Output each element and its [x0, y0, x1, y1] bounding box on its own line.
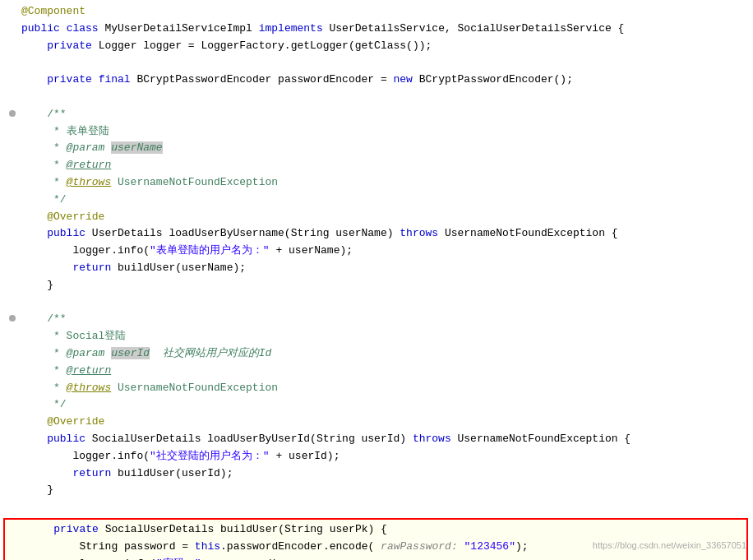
line: private final BCryptPasswordEncoder pass… [0, 72, 753, 89]
line: /** [0, 311, 753, 328]
line: return buildUser(userName); [0, 260, 753, 277]
code-text: return buildUser(userId); [21, 465, 233, 483]
line [0, 499, 753, 516]
line: * @param userName [0, 140, 753, 157]
line: * @param userId 社交网站用户对应的Id [0, 345, 753, 363]
code-text: * @param userId 社交网站用户对应的Id [21, 345, 271, 363]
code-text: } [21, 277, 53, 294]
code-text: private SocialUserDetails buildUser(Stri… [28, 521, 387, 539]
code-text: * 表单登陆 [21, 123, 109, 141]
line: */ [0, 192, 753, 209]
code-text: */ [21, 396, 67, 414]
code-text: * @param userName [21, 140, 163, 157]
line: @Component [0, 3, 753, 21]
code-text: */ [21, 192, 67, 209]
line: */ [0, 396, 753, 414]
code-text: String password = this.passwordEncoder.e… [28, 539, 529, 556]
line: @Override [0, 209, 753, 226]
code-text: private Logger logger = LoggerFactory.ge… [21, 38, 432, 55]
line [0, 89, 753, 106]
line: logger.info("表单登陆的用户名为：" + userName); [0, 243, 753, 260]
code-text: /** [21, 106, 67, 123]
code-text: logger.info("社交登陆的用户名为：" + userId); [21, 448, 340, 465]
code-text: private final BCryptPasswordEncoder pass… [21, 72, 573, 89]
line: * @return [0, 363, 753, 380]
code-text: public UserDetails loadUserByUsername(St… [21, 225, 618, 243]
code-text: @Override [21, 209, 104, 226]
line: public class MyUserDetailServiceImpl imp… [0, 21, 753, 38]
line: } [0, 482, 753, 499]
code-text: * @return [21, 157, 111, 174]
gutter [7, 315, 18, 322]
line: logger.info("社交登陆的用户名为：" + userId); [0, 448, 753, 465]
line: private SocialUserDetails buildUser(Stri… [7, 521, 745, 539]
code-text: * @throws UsernameNotFoundException [21, 380, 278, 397]
code-text: @Override [21, 414, 104, 431]
code-text [21, 294, 28, 312]
code-text [21, 499, 28, 516]
code-text: /** [21, 311, 67, 328]
line: public UserDetails loadUserByUsername(St… [0, 225, 753, 243]
code-text: @Component [21, 3, 85, 21]
line: return buildUser(userId); [0, 465, 753, 483]
code-lines: @Componentpublic class MyUserDetailServi… [0, 3, 753, 560]
code-text: * @throws UsernameNotFoundException [21, 174, 278, 192]
code-text [21, 89, 28, 106]
line [0, 294, 753, 312]
line: * @throws UsernameNotFoundException [0, 174, 753, 192]
line: /** [0, 106, 753, 123]
code-text: logger.info("密码：" + password); [28, 556, 284, 561]
code-text: * @return [21, 363, 111, 380]
code-text: } [21, 482, 53, 499]
line: * @throws UsernameNotFoundException [0, 380, 753, 397]
code-text [21, 54, 28, 72]
code-text: public SocialUserDetails loadUserByUserI… [21, 431, 631, 448]
line: * @return [0, 157, 753, 174]
code-text: return buildUser(userName); [21, 260, 246, 277]
code-text: logger.info("表单登陆的用户名为：" + userName); [21, 243, 353, 260]
line: private Logger logger = LoggerFactory.ge… [0, 38, 753, 55]
line: } [0, 277, 753, 294]
watermark: https://blog.csdn.net/weixin_33657051 [593, 539, 746, 553]
line: public SocialUserDetails loadUserByUserI… [0, 431, 753, 448]
line: * 表单登陆 [0, 123, 753, 141]
line [0, 54, 753, 72]
code-container: @Componentpublic class MyUserDetailServi… [0, 0, 753, 560]
line: logger.info("密码：" + password); [7, 556, 745, 561]
code-text: public class MyUserDetailServiceImpl imp… [21, 21, 624, 38]
gutter [7, 110, 18, 117]
line: * Social登陆 [0, 328, 753, 345]
line: @Override [0, 414, 753, 431]
code-text: * Social登陆 [21, 328, 126, 345]
